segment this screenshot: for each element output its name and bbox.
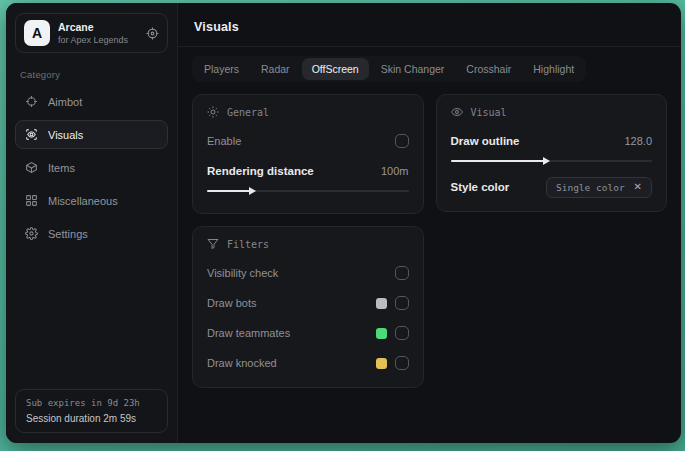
sidebar-item-label: Settings bbox=[48, 228, 88, 240]
page-header: Visuals bbox=[178, 3, 681, 47]
enable-row: Enable bbox=[207, 130, 409, 152]
visibility-check-checkbox[interactable] bbox=[395, 266, 409, 280]
draw-bots-row: Draw bots bbox=[207, 292, 409, 314]
gear-icon bbox=[25, 227, 38, 240]
draw-teammates-color-swatch[interactable] bbox=[376, 328, 387, 339]
funnel-icon bbox=[207, 238, 219, 250]
sidebar-item-settings[interactable]: Settings bbox=[15, 219, 168, 248]
style-color-row: Style color Single color ✕ bbox=[451, 176, 653, 198]
session-duration-text: Session duration 2m 59s bbox=[26, 413, 157, 424]
category-label: Category bbox=[20, 69, 163, 80]
grid-icon bbox=[25, 194, 38, 207]
close-icon[interactable]: ✕ bbox=[634, 182, 642, 192]
draw-knocked-controls bbox=[376, 356, 409, 370]
draw-outline-label: Draw outline bbox=[451, 135, 520, 147]
rendering-distance-value: 100m bbox=[381, 165, 409, 177]
sidebar-item-label: Visuals bbox=[48, 129, 83, 141]
draw-bots-color-swatch[interactable] bbox=[376, 298, 387, 309]
slider-fill bbox=[451, 160, 546, 162]
sidebar-item-items[interactable]: Items bbox=[15, 153, 168, 182]
draw-outline-row: Draw outline 128.0 bbox=[451, 130, 653, 152]
enable-checkbox[interactable] bbox=[395, 134, 409, 148]
visual-card-title: Visual bbox=[471, 107, 507, 118]
style-color-label: Style color bbox=[451, 181, 510, 193]
tab-players[interactable]: Players bbox=[194, 58, 249, 80]
draw-bots-checkbox[interactable] bbox=[395, 296, 409, 310]
filters-card-title: Filters bbox=[227, 239, 269, 250]
app-subtitle: for Apex Legends bbox=[58, 35, 128, 45]
sidebar-item-label: Items bbox=[48, 162, 75, 174]
visual-card-header: Visual bbox=[451, 106, 653, 118]
app-window: A Arcane for Apex Legends Category bbox=[6, 3, 681, 443]
draw-bots-controls bbox=[376, 296, 409, 310]
package-icon bbox=[25, 161, 38, 174]
page-body: Players Radar OffScreen Skin Changer Cro… bbox=[178, 47, 681, 397]
sidebar-header: A Arcane for Apex Legends bbox=[15, 13, 168, 53]
filters-card: Filters Visibility check Draw bots bbox=[192, 226, 424, 388]
visual-card: Visual Draw outline 128.0 Style color bbox=[436, 94, 668, 212]
target-icon[interactable] bbox=[146, 27, 159, 40]
sidebar-item-aimbot[interactable]: Aimbot bbox=[15, 87, 168, 116]
tab-crosshair[interactable]: Crosshair bbox=[456, 58, 521, 80]
rendering-distance-slider[interactable] bbox=[207, 186, 409, 196]
draw-outline-slider[interactable] bbox=[451, 156, 653, 166]
slider-thumb[interactable] bbox=[249, 187, 256, 195]
draw-knocked-color-swatch[interactable] bbox=[376, 358, 387, 369]
tab-skin-changer[interactable]: Skin Changer bbox=[371, 58, 455, 80]
sidebar-item-visuals[interactable]: Visuals bbox=[15, 120, 168, 149]
draw-outline-value: 128.0 bbox=[624, 135, 652, 147]
app-name: Arcane bbox=[58, 21, 128, 33]
draw-teammates-checkbox[interactable] bbox=[395, 326, 409, 340]
style-color-select[interactable]: Single color ✕ bbox=[546, 177, 652, 198]
filters-card-header: Filters bbox=[207, 238, 409, 250]
sidebar-item-miscellaneous[interactable]: Miscellaneous bbox=[15, 186, 168, 215]
general-card: General Enable Rendering distance 100m bbox=[192, 94, 424, 214]
rendering-distance-label: Rendering distance bbox=[207, 165, 314, 177]
draw-knocked-checkbox[interactable] bbox=[395, 356, 409, 370]
draw-teammates-row: Draw teammates bbox=[207, 322, 409, 344]
main-panel: Visuals Players Radar OffScreen Skin Cha… bbox=[178, 3, 681, 443]
enable-label: Enable bbox=[207, 135, 241, 147]
draw-bots-label: Draw bots bbox=[207, 297, 257, 309]
tab-offscreen[interactable]: OffScreen bbox=[302, 58, 369, 80]
scan-eye-icon bbox=[25, 128, 38, 141]
visibility-check-row: Visibility check bbox=[207, 262, 409, 284]
app-logo: A bbox=[24, 20, 50, 46]
sun-icon bbox=[207, 106, 219, 118]
sidebar-item-label: Aimbot bbox=[48, 96, 82, 108]
eye-icon bbox=[451, 106, 463, 118]
draw-teammates-label: Draw teammates bbox=[207, 327, 290, 339]
app-title-block: Arcane for Apex Legends bbox=[58, 21, 128, 45]
general-card-header: General bbox=[207, 106, 409, 118]
slider-fill bbox=[207, 190, 251, 192]
tab-radar[interactable]: Radar bbox=[251, 58, 300, 80]
rendering-distance-row: Rendering distance 100m bbox=[207, 160, 409, 182]
tab-highlight[interactable]: Highlight bbox=[523, 58, 584, 80]
general-card-title: General bbox=[227, 107, 269, 118]
draw-knocked-label: Draw knocked bbox=[207, 357, 277, 369]
tab-bar: Players Radar OffScreen Skin Changer Cro… bbox=[192, 56, 586, 82]
draw-knocked-row: Draw knocked bbox=[207, 352, 409, 374]
crosshair-icon bbox=[25, 95, 38, 108]
sidebar: A Arcane for Apex Legends Category bbox=[6, 3, 178, 443]
subscription-info-box: Sub expires in 9d 23h Session duration 2… bbox=[15, 389, 168, 433]
sidebar-item-label: Miscellaneous bbox=[48, 195, 118, 207]
cards-grid: General Enable Rendering distance 100m bbox=[192, 94, 667, 388]
draw-teammates-controls bbox=[376, 326, 409, 340]
page-title: Visuals bbox=[194, 20, 239, 34]
slider-thumb[interactable] bbox=[543, 157, 550, 165]
sub-expires-text: Sub expires in 9d 23h bbox=[26, 398, 157, 408]
style-color-value: Single color bbox=[556, 182, 625, 193]
visibility-check-label: Visibility check bbox=[207, 267, 278, 279]
